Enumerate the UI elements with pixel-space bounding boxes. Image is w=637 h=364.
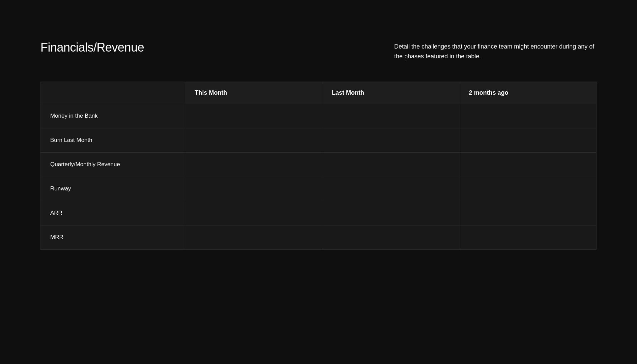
row-two_months_ago[interactable]	[459, 104, 597, 128]
description-text: Detail the challenges that your finance …	[394, 42, 597, 61]
row-last_month[interactable]	[322, 177, 459, 201]
table-body: Money in the BankBurn Last MonthQuarterl…	[41, 104, 597, 249]
col-header-label	[41, 82, 185, 104]
table-header-row: This Month Last Month 2 months ago	[41, 82, 597, 104]
row-last_month[interactable]	[322, 128, 459, 152]
row-last_month[interactable]	[322, 225, 459, 249]
row-label: Quarterly/Monthly Revenue	[41, 152, 185, 177]
row-label: MRR	[41, 225, 185, 249]
row-two_months_ago[interactable]	[459, 177, 597, 201]
row-this_month[interactable]	[185, 104, 322, 128]
page-title: Financials/Revenue	[40, 40, 144, 55]
row-this_month[interactable]	[185, 201, 322, 225]
table-row[interactable]: ARR	[41, 201, 597, 225]
table-row[interactable]: Runway	[41, 177, 597, 201]
row-label: Money in the Bank	[41, 104, 185, 128]
table-row[interactable]: MRR	[41, 225, 597, 249]
row-label: Runway	[41, 177, 185, 201]
col-header-this-month: This Month	[185, 82, 322, 104]
header-section: Financials/Revenue Detail the challenges…	[40, 40, 597, 61]
table-row[interactable]: Burn Last Month	[41, 128, 597, 152]
row-this_month[interactable]	[185, 152, 322, 177]
row-label: Burn Last Month	[41, 128, 185, 152]
row-last_month[interactable]	[322, 152, 459, 177]
row-label: ARR	[41, 201, 185, 225]
row-this_month[interactable]	[185, 128, 322, 152]
table-row[interactable]: Money in the Bank	[41, 104, 597, 128]
page-container: Financials/Revenue Detail the challenges…	[0, 0, 637, 277]
table-container: This Month Last Month 2 months ago Money…	[40, 82, 597, 250]
table-row[interactable]: Quarterly/Monthly Revenue	[41, 152, 597, 177]
row-two_months_ago[interactable]	[459, 225, 597, 249]
row-last_month[interactable]	[322, 104, 459, 128]
row-two_months_ago[interactable]	[459, 201, 597, 225]
row-last_month[interactable]	[322, 201, 459, 225]
financials-table: This Month Last Month 2 months ago Money…	[40, 82, 597, 250]
row-two_months_ago[interactable]	[459, 128, 597, 152]
row-two_months_ago[interactable]	[459, 152, 597, 177]
row-this_month[interactable]	[185, 177, 322, 201]
col-header-last-month: Last Month	[322, 82, 459, 104]
row-this_month[interactable]	[185, 225, 322, 249]
col-header-two-months-ago: 2 months ago	[459, 82, 597, 104]
